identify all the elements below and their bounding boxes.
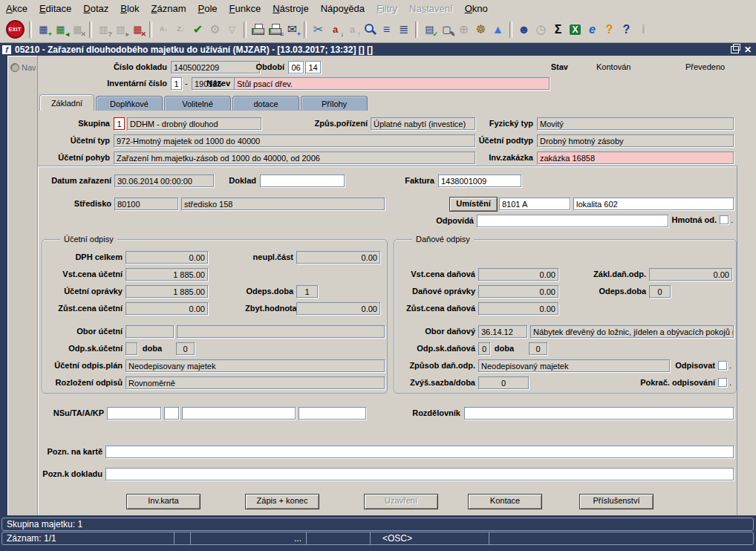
odpovida-field[interactable]: [477, 215, 668, 227]
execute-query-icon[interactable]: ▥▸: [112, 20, 129, 39]
pokrac-odpisovani-checkbox[interactable]: [718, 378, 727, 387]
restore-window-button[interactable]: [731, 46, 739, 53]
rozdelovnik-field[interactable]: [464, 407, 734, 420]
obdobi-rok-field[interactable]: 14: [305, 61, 321, 74]
sort-asc-icon[interactable]: A↓: [155, 20, 172, 39]
dph-celkem-field[interactable]: 0.00: [126, 251, 208, 264]
tools-icon[interactable]: ⚙: [206, 20, 224, 39]
inv-karta-button[interactable]: Inv.karta: [126, 494, 201, 509]
zust-cena-ucetni-field[interactable]: 0.00: [126, 302, 208, 315]
stredisko-code-field[interactable]: 80100: [114, 198, 178, 210]
pozn-doklad-field[interactable]: [105, 468, 734, 480]
note-icon[interactable]: ▢✎: [438, 20, 455, 39]
browser-icon[interactable]: e: [584, 20, 601, 39]
delete-record-icon[interactable]: ▦✕: [129, 20, 146, 39]
help-icon[interactable]: ?: [618, 20, 635, 39]
filter-icon[interactable]: ▽: [224, 20, 241, 39]
odeps-doba-ucetni-field[interactable]: 1: [296, 285, 318, 298]
prislusenstvi-button[interactable]: Příslušenství: [579, 494, 654, 509]
zoom-record-icon[interactable]: [361, 20, 378, 39]
odp-sk-danova-field[interactable]: 0: [478, 342, 490, 355]
nsu-field-2[interactable]: [164, 407, 179, 420]
tab-volitelne[interactable]: Volitelné: [164, 96, 231, 111]
close-window-button[interactable]: ✕: [744, 45, 752, 54]
odeps-doba-danova-field[interactable]: 0: [649, 285, 671, 298]
odpisovat-checkbox[interactable]: [718, 361, 727, 370]
nsu-field-4[interactable]: [299, 407, 366, 420]
menu-zaznam[interactable]: Záznam: [146, 1, 192, 16]
clear-record-icon[interactable]: ▦✕: [69, 20, 86, 39]
neupl-cast-field[interactable]: 0.00: [296, 251, 380, 264]
zvys-sazba-field[interactable]: 0: [478, 376, 529, 389]
skupina-code-field[interactable]: 1: [114, 117, 125, 130]
hmotna-od-checkbox[interactable]: [720, 215, 729, 224]
sum-icon[interactable]: Σ: [550, 20, 567, 39]
mail-icon[interactable]: ✉+: [284, 20, 301, 39]
help-topics-icon[interactable]: ?: [601, 20, 618, 39]
menu-napoveda[interactable]: Nápověda: [315, 1, 371, 16]
tab-doplnkove[interactable]: Doplňkové: [96, 96, 163, 111]
zakl-dan-odp-field[interactable]: 0.00: [649, 268, 732, 281]
pozn-karta-field[interactable]: [105, 446, 734, 458]
clock-icon[interactable]: ◷: [532, 20, 550, 39]
paste-doc-icon[interactable]: ▤✓: [421, 20, 438, 39]
uzavreni-button[interactable]: Uzavření: [364, 494, 438, 509]
globe-icon[interactable]: ⊕: [455, 20, 472, 39]
zpus-porizeni-field[interactable]: Úplatné nabytí (investice): [371, 117, 475, 130]
obdobi-mesic-field[interactable]: 06: [288, 61, 304, 74]
skupina-name-field[interactable]: DDHM - drobný dlouhod: [127, 117, 261, 130]
fyzicky-typ-field[interactable]: Movitý: [537, 117, 734, 130]
odp-sk-ucetni-field[interactable]: [126, 342, 137, 355]
tab-dotace[interactable]: dotace: [232, 96, 299, 111]
umisteni-button[interactable]: Umístění: [449, 197, 498, 212]
outline-icon[interactable]: ≡: [378, 20, 395, 39]
zbyt-hodnota-field[interactable]: 0.00: [296, 302, 380, 315]
print-icon[interactable]: [250, 20, 267, 39]
commit-icon[interactable]: ✔: [189, 20, 206, 39]
danove-opravky-field[interactable]: 0.00: [478, 285, 558, 298]
nsu-field-3[interactable]: [182, 407, 296, 420]
menu-akce[interactable]: Akce: [0, 1, 33, 16]
nazev-field[interactable]: Stůl psací dřev.: [234, 77, 550, 90]
obor-ucetni-name-field[interactable]: [177, 325, 385, 338]
sort-desc-icon[interactable]: Z↓: [172, 20, 189, 39]
datum-zarazeni-field[interactable]: 30.06.2014 00:00:00: [114, 175, 214, 187]
inv-zakazka-field[interactable]: zakázka 16858: [537, 151, 734, 164]
print-all-icon[interactable]: ≡: [267, 20, 284, 39]
tree-icon[interactable]: ≣: [395, 20, 412, 39]
about-icon[interactable]: i: [635, 20, 652, 39]
copy-field-icon[interactable]: a↓: [327, 20, 344, 39]
vst-cena-danova-field[interactable]: 0.00: [478, 268, 558, 281]
enter-query-icon[interactable]: ▥?: [95, 20, 112, 39]
duplicate-record-icon[interactable]: ▦◂: [52, 20, 69, 39]
obor-danovy-code-field[interactable]: 36.14.12: [478, 325, 527, 338]
menu-blok[interactable]: Blok: [114, 1, 145, 16]
prism-icon[interactable]: ▲: [489, 20, 506, 39]
helm-icon[interactable]: ☸: [472, 20, 489, 39]
excel-icon[interactable]: X: [567, 20, 584, 39]
new-record-icon[interactable]: ▦+: [35, 20, 52, 39]
exit-button[interactable]: EXIT: [4, 20, 26, 39]
doba-danova-field[interactable]: 0: [529, 342, 547, 355]
menu-nastroje[interactable]: Nástroje: [267, 1, 314, 16]
vst-cena-ucetni-field[interactable]: 1 885.00: [126, 268, 208, 281]
doklad-field[interactable]: [260, 175, 345, 187]
person-search-icon[interactable]: ☻: [515, 20, 532, 39]
ucetni-opravky-field[interactable]: 1 885.00: [126, 285, 208, 298]
umisteni-name-field[interactable]: lokalita 602: [573, 198, 734, 210]
menu-filtry[interactable]: Filtry: [371, 1, 403, 16]
menu-pole[interactable]: Pole: [192, 1, 224, 16]
menu-editace[interactable]: Editace: [33, 1, 77, 16]
menu-funkce[interactable]: Funkce: [224, 1, 267, 16]
ucetni-pohyb-field[interactable]: Zařazení hm.majetku-zásob od 1000 do 400…: [114, 151, 475, 164]
obor-danovy-name-field[interactable]: Nábytek dřevěný do ložnic, jídelen a obý…: [530, 325, 734, 338]
faktura-field[interactable]: 1438001009: [438, 175, 521, 187]
ucetni-podtyp-field[interactable]: Drobný hmotný zásoby: [537, 134, 734, 147]
obor-ucetni-code-field[interactable]: [126, 325, 174, 338]
doba-ucetni-field[interactable]: 0: [176, 342, 195, 355]
nav-radio[interactable]: Nav: [10, 63, 36, 72]
ucetni-typ-field[interactable]: 972-Hmotný majetek od 1000 do 40000: [114, 134, 475, 147]
copy-record-icon[interactable]: a↑: [344, 20, 361, 39]
umisteni-code-field[interactable]: 8101 A: [499, 198, 570, 210]
menu-okno[interactable]: Okno: [459, 1, 494, 16]
